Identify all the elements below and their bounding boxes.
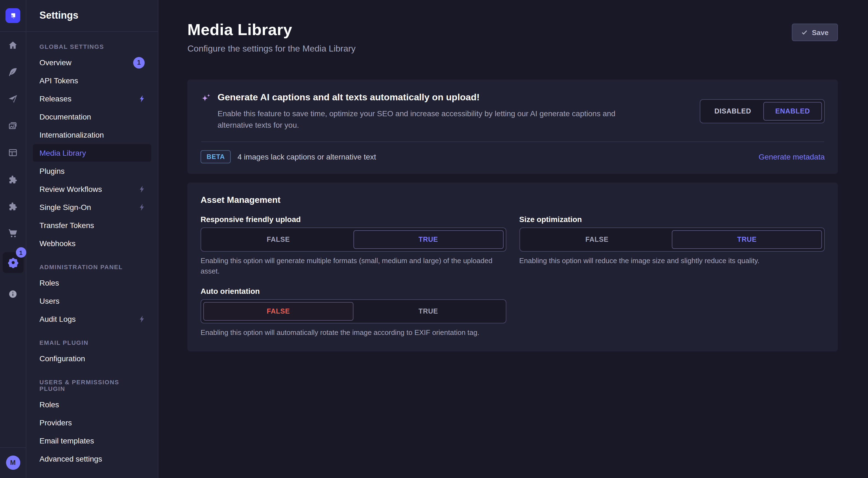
sidebar-item-single-sign-on[interactable]: Single Sign-On	[33, 199, 151, 216]
sidebar-item-label: Providers	[39, 418, 72, 427]
app-window: 1 M Settings Global settingsOverview1API…	[0, 0, 868, 478]
field-auto-orientation: Auto orientation FALSE TRUE Enabling thi…	[200, 287, 506, 338]
feather-icon	[8, 67, 18, 77]
subnav-section-label: Email plugin	[26, 335, 158, 349]
sidebar-item-overview[interactable]: Overview1	[33, 54, 151, 71]
nav-home[interactable]	[0, 32, 26, 59]
page-header: Media Library Configure the settings for…	[187, 21, 838, 54]
subnav-section-global-settings: Global settingsOverview1API TokensReleas…	[26, 39, 158, 252]
notification-count-badge: 1	[133, 57, 145, 68]
save-button-label: Save	[812, 28, 829, 36]
nav-marketplace[interactable]	[0, 193, 26, 220]
toggle-option-true[interactable]: TRUE	[353, 230, 504, 249]
nav-settings[interactable]: 1	[2, 252, 23, 273]
lightning-icon	[138, 203, 145, 211]
sidebar-item-users[interactable]: Users	[33, 292, 151, 310]
sidebar-item-releases[interactable]: Releases	[33, 90, 151, 108]
sidebar-item-documentation[interactable]: Documentation	[33, 108, 151, 125]
generate-metadata-link[interactable]: Generate metadata	[759, 152, 825, 161]
sidebar-item-advanced-settings[interactable]: Advanced settings	[33, 450, 151, 468]
sidebar-item-label: Documentation	[39, 112, 91, 121]
user-avatar[interactable]: M	[6, 455, 20, 470]
sidebar-item-label: Email templates	[39, 436, 94, 445]
main-nav-rail: 1 M	[0, 0, 26, 478]
field-hint: Enabling this option will generate multi…	[200, 256, 506, 276]
ai-captions-banner: Generate AI captions and alt texts autom…	[187, 80, 838, 174]
subnav-section-email-plugin: Email pluginConfiguration	[26, 335, 158, 367]
sidebar-item-email-templates[interactable]: Email templates	[33, 432, 151, 449]
home-icon	[8, 40, 18, 51]
sidebar-item-roles[interactable]: Roles	[33, 274, 151, 292]
gear-icon	[7, 257, 18, 268]
sidebar-item-label: Overview	[39, 58, 71, 67]
sidebar-item-label: Roles	[39, 278, 59, 287]
sidebar-item-label: Configuration	[39, 354, 85, 363]
nav-content-type-builder[interactable]	[0, 59, 26, 86]
strapi-logo[interactable]	[5, 8, 20, 23]
sidebar-item-label: Webhooks	[39, 239, 75, 248]
rail-header	[0, 0, 26, 32]
settings-nav: Global settingsOverview1API TokensReleas…	[26, 39, 158, 468]
ai-sparkle-icon	[200, 93, 212, 104]
field-label: Size optimization	[519, 215, 825, 223]
settings-notification-badge: 1	[16, 247, 26, 258]
toggle-option-false[interactable]: FALSE	[203, 302, 353, 320]
layout-icon	[8, 147, 18, 158]
sidebar-item-label: Roles	[39, 400, 59, 409]
sidebar-item-plugins[interactable]: Plugins	[33, 162, 151, 180]
sidebar-item-label: Single Sign-On	[39, 203, 91, 212]
toggle-option-disabled[interactable]: DISABLED	[702, 102, 763, 121]
asset-management-card: Asset Management Responsive friendly upl…	[187, 183, 838, 351]
nav-media-library[interactable]	[0, 112, 26, 139]
subnav-section-users-permissions-plugin: Users & Permissions pluginRolesProviders…	[26, 375, 158, 468]
nav-content-manager[interactable]	[0, 86, 26, 112]
field-label: Responsive friendly upload	[200, 215, 506, 223]
sidebar-item-roles[interactable]: Roles	[33, 396, 151, 413]
sidebar-item-label: API Tokens	[39, 76, 78, 85]
nav-information[interactable]	[0, 281, 26, 307]
sidebar-item-transfer-tokens[interactable]: Transfer Tokens	[33, 216, 151, 234]
field-label: Auto orientation	[200, 287, 506, 295]
toggle-option-false[interactable]: FALSE	[522, 230, 672, 249]
puzzle-icon	[8, 201, 18, 212]
size-optimization-toggle: FALSE TRUE	[519, 228, 825, 251]
settings-subnav-header: Settings	[26, 0, 158, 32]
nav-layout[interactable]	[0, 139, 26, 166]
subnav-section-administration-panel: Administration panelRolesUsersAudit Logs	[26, 260, 158, 328]
main-content: Media Library Configure the settings for…	[159, 0, 868, 478]
images-icon	[8, 121, 18, 131]
ai-banner-title: Generate AI captions and alt texts autom…	[218, 92, 628, 103]
sidebar-item-webhooks[interactable]: Webhooks	[33, 235, 151, 252]
page-subtitle: Configure the settings for the Media Lib…	[187, 44, 355, 54]
sidebar-item-label: Transfer Tokens	[39, 221, 94, 230]
lightning-icon	[138, 185, 145, 193]
sidebar-item-label: Media Library	[39, 149, 86, 157]
nav-plugins[interactable]	[0, 166, 26, 193]
sidebar-item-configuration[interactable]: Configuration	[33, 350, 151, 367]
save-button[interactable]: Save	[792, 24, 838, 41]
missing-captions-status: 4 images lack captions or alternative te…	[238, 152, 376, 161]
rail-footer: M	[0, 447, 26, 478]
cart-icon	[8, 228, 18, 238]
sidebar-item-label: Advanced settings	[39, 454, 102, 463]
sidebar-item-providers[interactable]: Providers	[33, 414, 151, 431]
subnav-section-label: Global settings	[26, 39, 158, 53]
sidebar-item-media-library[interactable]: Media Library	[33, 144, 151, 162]
toggle-option-true[interactable]: TRUE	[353, 302, 504, 320]
sidebar-item-internationalization[interactable]: Internationalization	[33, 126, 151, 144]
info-icon	[8, 289, 18, 299]
sidebar-item-review-workflows[interactable]: Review Workflows	[33, 180, 151, 198]
sidebar-item-api-tokens[interactable]: API Tokens	[33, 72, 151, 89]
page-title: Media Library	[187, 21, 355, 39]
sidebar-item-label: Plugins	[39, 167, 65, 175]
toggle-option-false[interactable]: FALSE	[203, 230, 353, 249]
toggle-option-enabled[interactable]: ENABLED	[763, 102, 822, 121]
sidebar-item-audit-logs[interactable]: Audit Logs	[33, 310, 151, 328]
toggle-option-true[interactable]: TRUE	[672, 230, 822, 249]
settings-subnav: Settings Global settingsOverview1API Tok…	[26, 0, 158, 478]
nav-purchase[interactable]	[0, 220, 26, 247]
asset-management-title: Asset Management	[200, 195, 825, 205]
auto-orientation-toggle: FALSE TRUE	[200, 299, 506, 323]
check-icon	[801, 29, 807, 36]
sidebar-item-label: Releases	[39, 94, 71, 103]
